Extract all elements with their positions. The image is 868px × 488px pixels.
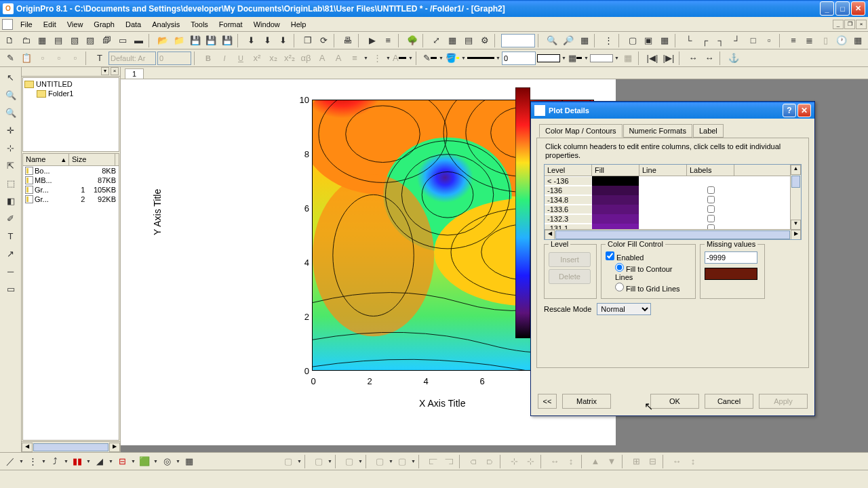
contour-plot-icon[interactable]: 🟩 [137,454,152,469]
area-plot-icon[interactable]: ◢ [92,454,107,469]
ok-button[interactable]: OK [650,394,699,409]
delete-level-button[interactable]: Delete [549,269,591,284]
screen-reader-icon[interactable]: ✛ [3,123,18,138]
menu-tools[interactable]: Tools [185,19,214,30]
axis-icon-4[interactable]: ┘ [730,33,745,48]
align-top-icon[interactable]: ⫏ [466,454,481,469]
zoom-combo[interactable] [501,34,535,47]
align-v-dd-icon[interactable]: ▼ [386,56,391,60]
line-width-combo[interactable]: 0 [502,52,536,65]
surface-dd-icon[interactable]: ▼ [176,459,180,464]
save-project-icon[interactable]: 💾 [220,33,235,48]
rescale-icon[interactable]: ⤢ [429,33,444,48]
template-lib-icon[interactable]: ▦ [182,454,197,469]
list-item[interactable]: Gr...292KB [23,195,119,204]
box-plot-icon[interactable]: ⊟ [115,454,130,469]
open-template-icon[interactable]: 📁 [172,33,186,48]
fill-pattern-preview[interactable] [537,54,560,62]
import-wizard-icon[interactable]: ⬇ [244,33,259,48]
colormap-grid[interactable]: Level Fill Line Labels < -136-136-134.8-… [544,164,802,240]
draw-data-icon[interactable]: ✐ [3,211,18,226]
line-color-icon[interactable]: ✎ [422,51,437,66]
label-checkbox[interactable] [707,186,715,194]
line-style-preview[interactable] [467,57,494,59]
hscroll-thumb[interactable] [555,230,790,239]
label-checkbox[interactable] [707,196,715,203]
obj-edit-5-icon[interactable]: ▢ [395,454,410,469]
table-row[interactable]: -131.1 [545,224,801,229]
align-icon[interactable]: ≡ [347,51,362,66]
recalc-icon[interactable]: ⚙ [477,33,492,48]
align-center-icon[interactable]: ⊹ [507,454,521,469]
fill-grid-radio-label[interactable]: Fill to Grid Lines [606,283,691,293]
time-icon[interactable]: 🕐 [834,33,849,48]
table-row[interactable]: -133.6 [545,205,801,214]
print-icon[interactable]: 🖶 [340,33,355,48]
back-icon[interactable]: ▼ [604,454,619,469]
matrix-button[interactable]: Matrix [562,394,611,409]
grid-hscroll[interactable]: ◀ ▶ [545,229,801,240]
same-width-icon[interactable]: ↔ [547,454,562,469]
new-workbook-icon[interactable]: ▦ [35,33,50,48]
fill-contour-radio[interactable] [615,263,624,272]
new-project-icon[interactable]: 🗋 [3,33,18,48]
slide-show-icon[interactable]: ▶ [365,33,380,48]
fill-color-icon[interactable]: 🪣 [445,51,460,66]
insert-level-button[interactable]: Insert [549,252,591,267]
menu-graph[interactable]: Graph [88,19,120,30]
scroll-up-icon[interactable]: ▲ [791,165,801,175]
box-dd-icon[interactable]: ▼ [131,459,136,464]
new-graph-icon[interactable]: ▧ [67,33,82,48]
table-row[interactable]: -136 [545,186,801,195]
copy-page-icon[interactable]: ❐ [300,33,315,48]
menu-analysis[interactable]: Analysis [146,19,185,30]
grid-header-level[interactable]: Level [545,165,592,176]
fill-grid-radio[interactable] [615,283,624,291]
legend2-icon[interactable]: ≣ [802,33,817,48]
themes-icon[interactable]: 📋 [19,51,34,66]
fill-cell[interactable] [592,195,639,205]
scatter-plot-icon[interactable]: ⋮ [25,454,40,469]
data-selector-icon[interactable]: ⇱ [3,158,18,173]
bold-icon[interactable]: B [201,51,216,66]
save-template-icon[interactable]: 💾 [203,33,218,48]
uniform-h-icon[interactable]: ↔ [669,454,684,469]
line-symbol-dd-icon[interactable]: ▼ [64,459,68,464]
list-item[interactable]: MB...87KB [23,176,119,185]
grid-header-labels[interactable]: Labels [687,165,734,176]
new-folder-icon[interactable]: 🗀 [19,33,34,48]
menu-window[interactable]: Window [248,19,285,30]
scroll-left-icon[interactable]: ◀ [545,230,555,240]
zoom-out-icon[interactable]: 🔍 [3,105,18,120]
new-layout-icon[interactable]: ▭ [115,33,130,48]
scroll-right-icon[interactable]: ▶ [109,443,120,452]
mask-tool-icon[interactable]: ◧ [3,193,18,208]
missing-color-swatch[interactable] [705,268,757,280]
group-icon[interactable]: ⊞ [629,454,644,469]
tab-numeric-formats[interactable]: Numeric Formats [623,124,692,138]
new-notes-icon[interactable]: 🗊 [99,33,114,48]
greek-icon[interactable]: αβ [298,51,313,66]
grid-vscroll[interactable]: ▲ ▼ [790,165,801,230]
layer-tab-1[interactable]: 1 [125,68,144,79]
subscript-icon[interactable]: x₂ [266,51,281,66]
align-left-icon[interactable]: ⫍ [425,454,440,469]
list-item[interactable]: Bo...8KB [23,166,119,176]
axis-icon-1[interactable]: └ [682,33,696,48]
apply-button[interactable]: Apply [759,394,808,409]
anchor-icon[interactable]: ⚓ [726,51,741,66]
color-scale-legend[interactable] [515,87,530,338]
text-icon[interactable]: T [3,228,18,243]
label-cell[interactable] [687,224,734,230]
align-v-icon[interactable]: ⋮ [370,51,384,66]
area-dd-icon[interactable]: ▼ [108,459,113,464]
pe-close-icon[interactable]: × [111,67,119,75]
decrease-font-icon[interactable]: A [331,51,346,66]
menu-help[interactable]: Help [285,19,312,30]
new-matrix-icon[interactable]: ▨ [83,33,98,48]
align-middle-icon[interactable]: ⊹ [523,454,538,469]
project-tree[interactable]: UNTITLED Folder1 [22,77,119,152]
dd-icon[interactable]: ▼ [358,459,363,464]
surface-plot-icon[interactable]: ◎ [159,454,174,469]
col-header-name[interactable]: Name▴ [23,154,69,165]
